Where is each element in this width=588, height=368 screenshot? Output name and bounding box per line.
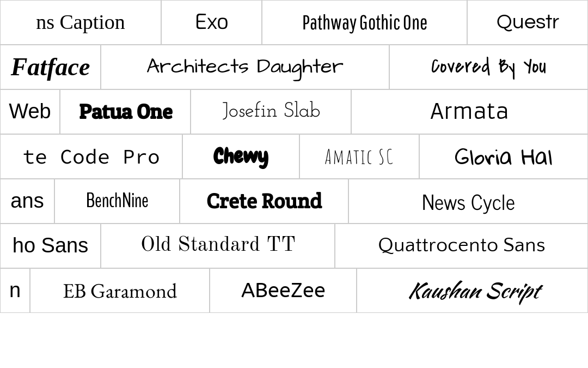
font-name-pathway: Pathway Gothic One [302, 11, 427, 34]
font-name-questrial: Questr [497, 11, 559, 34]
font-row-2: Fatface Architects Daughter Covered By Y… [0, 45, 588, 89]
font-cell-abeezee[interactable]: ABeeZee [210, 268, 357, 313]
font-row-3: Web Patua One Josefin Slab Armata [0, 89, 588, 134]
font-cell-gloria[interactable]: Gloria Hal [419, 134, 588, 179]
font-cell-kaushan[interactable]: Kaushan Script [357, 268, 588, 313]
font-name-covered: Covered By You [431, 56, 546, 79]
font-name-armata: Armata [430, 100, 509, 123]
font-name-benchnine: BenchNine [86, 190, 149, 213]
font-cell-web[interactable]: Web [0, 89, 60, 134]
font-cell-sourcecode[interactable]: te Code Pro [0, 134, 182, 179]
font-cell-benchnine[interactable]: BenchNine [54, 179, 180, 224]
font-name-sans: ans [10, 190, 44, 213]
font-name-chewy: Chewy [213, 145, 268, 168]
font-row-7: n EB Garamond ABeeZee Kaushan Script [0, 268, 588, 313]
font-name-fatface: Fatface [11, 53, 90, 81]
font-name-quattrocento: Quattrocento Sans [378, 234, 546, 257]
font-name-architects: Architects Daughter [146, 56, 344, 79]
font-cell-fatface[interactable]: Fatface [0, 45, 101, 89]
font-cell-oldstandard[interactable]: Old Standard TT [101, 224, 335, 268]
font-name-kaushan: Kaushan Script [407, 279, 538, 302]
font-cell-armata[interactable]: Armata [351, 89, 588, 134]
font-cell-questrial[interactable]: Questr [467, 0, 588, 45]
font-cell-crete[interactable]: Crete Round [180, 179, 348, 224]
font-cell-newscycle[interactable]: News Cycle [348, 179, 588, 224]
font-cell-architects[interactable]: Architects Daughter [101, 45, 389, 89]
font-grid: ns Caption Exo Pathway Gothic One Questr… [0, 0, 588, 313]
font-name-nosans: ho Sans [13, 234, 88, 257]
font-cell-chewy[interactable]: Chewy [182, 134, 299, 179]
font-name-sourcecode: te Code Pro [22, 145, 160, 168]
font-cell-ebgaramond[interactable]: EB Garamond [30, 268, 210, 313]
font-name-patua: Patua One [79, 100, 172, 123]
font-cell-covered[interactable]: Covered By You [389, 45, 588, 89]
font-cell-patua[interactable]: Patua One [60, 89, 191, 134]
font-cell-amatic[interactable]: Amatic SC [299, 134, 419, 179]
font-name-caption: ns Caption [36, 11, 125, 34]
font-row-4: te Code Pro Chewy Amatic SC Gloria Hal [0, 134, 588, 179]
font-name-josefin: Josefin Slab [222, 100, 320, 123]
font-name-newscycle: News Cycle [422, 190, 515, 213]
font-cell-josefin[interactable]: Josefin Slab [191, 89, 351, 134]
font-cell-exo[interactable]: Exo [161, 0, 262, 45]
font-name-crete: Crete Round [206, 190, 322, 213]
font-name-abeezee: ABeeZee [241, 279, 326, 302]
font-row-5: ans BenchNine Crete Round News Cycle [0, 179, 588, 224]
font-name-exo: Exo [195, 11, 229, 34]
font-cell-nosans[interactable]: ho Sans [0, 224, 101, 268]
font-row-1: ns Caption Exo Pathway Gothic One Questr [0, 0, 588, 45]
font-name-short: n [9, 279, 21, 302]
font-row-6: ho Sans Old Standard TT Quattrocento San… [0, 224, 588, 268]
font-name-oldstandard: Old Standard TT [140, 234, 296, 257]
font-cell-sans[interactable]: ans [0, 179, 54, 224]
font-cell-quattrocento[interactable]: Quattrocento Sans [335, 224, 588, 268]
font-cell-short[interactable]: n [0, 268, 30, 313]
font-cell-pathway[interactable]: Pathway Gothic One [262, 0, 467, 45]
font-name-amatic: Amatic SC [324, 145, 394, 168]
font-name-web: Web [9, 100, 51, 123]
font-cell-caption[interactable]: ns Caption [0, 0, 161, 45]
font-name-ebgaramond: EB Garamond [63, 279, 177, 302]
font-name-gloria: Gloria Hal [455, 145, 553, 168]
